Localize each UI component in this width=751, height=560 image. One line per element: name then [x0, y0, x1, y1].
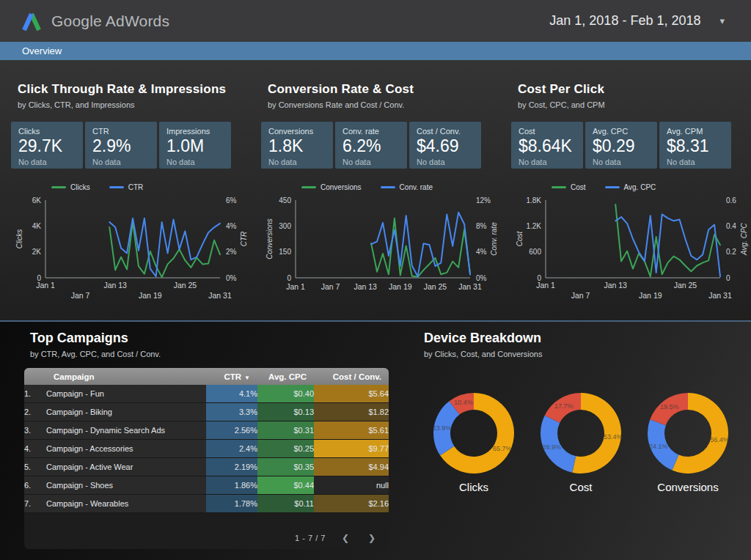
- column-header-campaign[interactable]: Campaign: [24, 368, 206, 385]
- svg-text:Jan 13: Jan 13: [103, 281, 127, 290]
- cost-per-conv-cell: $9.77: [314, 440, 389, 458]
- table-row: 7.Campaign - Wearables1.78%$0.11$2.16: [24, 495, 389, 513]
- svg-text:CTR: CTR: [240, 232, 248, 247]
- scorecard-conv-rate: Conv. rate 6.2% No data: [335, 122, 407, 169]
- avg-cpc-cell: $0.31: [257, 421, 314, 440]
- scorecard-row: Conversions 1.8K No data Conv. rate 6.2%…: [261, 122, 496, 169]
- panel-cost-per-click: Cost Per Click by Cost, CPC, and CPM Cos…: [500, 60, 750, 320]
- scorecard-value: 6.2%: [342, 136, 407, 156]
- svg-text:10.4%: 10.4%: [454, 399, 473, 406]
- rank-cell: 7.: [24, 495, 46, 513]
- clicks-donut-chart: 65.7%23.9%10.4%: [426, 392, 521, 474]
- scorecard-label: Clicks: [18, 127, 83, 136]
- scorecard-note: No data: [18, 158, 83, 166]
- legend-label: Cost: [571, 183, 586, 191]
- legend-item: Avg. CPC: [605, 183, 656, 191]
- legend-item: CTR: [109, 183, 144, 191]
- column-header-cost-per-conv[interactable]: Cost / Conv.: [314, 368, 389, 385]
- scorecard-avg-cpm: Avg. CPM $8.31 No data: [659, 122, 731, 169]
- scorecard-note: No data: [268, 158, 333, 166]
- column-header-ctr[interactable]: CTR▼: [206, 368, 257, 385]
- donut-cell-cost: 53.4%28.9%17.7% Cost: [532, 392, 629, 493]
- caret-down-icon: ▾: [719, 15, 725, 26]
- campaigns-table: Campaign CTR▼ Avg. CPC Cost / Conv. 1.Ca…: [24, 368, 389, 513]
- scorecard-cost: Cost $8.64K No data: [511, 122, 583, 169]
- scorecard-clicks: Clicks 29.7K No data: [11, 122, 83, 169]
- svg-text:6K: 6K: [32, 196, 42, 205]
- table-row: 5.Campaign - Active Wear2.19%$0.35$4.94: [24, 458, 389, 476]
- scorecard-conversions: Conversions 1.8K No data: [261, 122, 333, 169]
- brand-text: Google AdWords: [51, 12, 169, 30]
- breakdown-section: Top Campaigns by CTR, Avg. CPC, and Cost…: [0, 320, 751, 560]
- scorecard-label: Avg. CPM: [667, 127, 731, 136]
- cost-per-conv-cell: $5.64: [314, 385, 389, 403]
- svg-text:0: 0: [726, 274, 730, 282]
- svg-text:Jan 19: Jan 19: [389, 282, 412, 291]
- app-header: Google AdWords Jan 1, 2018 - Feb 1, 2018…: [0, 0, 751, 42]
- device-breakdown-block: Device Breakdown by Clicks, Cost, and Co…: [418, 331, 751, 493]
- avg-cpc-cell: $0.25: [257, 440, 314, 458]
- svg-text:Jan 31: Jan 31: [208, 291, 232, 300]
- table-row: 1.Campaign - Fun4.1%$0.40$5.64: [24, 385, 389, 403]
- tab-overview[interactable]: Overview: [22, 45, 62, 56]
- legend-swatch: [51, 186, 66, 188]
- svg-text:450: 450: [279, 196, 291, 205]
- panel-subtitle: by Cost, CPC, and CPM: [518, 100, 746, 109]
- rank-cell: 2.: [24, 403, 46, 421]
- conversions-rate-line-chart: 01503004500%4%8%12%ConversionsConv. rate…: [263, 193, 501, 303]
- campaign-cell: Campaign - Active Wear: [46, 458, 206, 476]
- svg-text:17.7%: 17.7%: [554, 402, 574, 410]
- svg-text:12%: 12%: [476, 196, 491, 205]
- scorecard-note: No data: [667, 158, 731, 166]
- table-row: 2.Campaign - Biking3.3%$0.13$1.82: [24, 403, 389, 421]
- svg-text:2K: 2K: [32, 248, 42, 256]
- svg-text:Jan 31: Jan 31: [458, 282, 482, 291]
- legend-item: Clicks: [51, 183, 90, 191]
- svg-text:0: 0: [287, 274, 291, 282]
- campaign-cell: Campaign - Biking: [46, 403, 206, 421]
- legend-swatch: [381, 186, 395, 188]
- chart-block: ClicksCTR 02K4K6K0%2%4%6%ClicksCTRJan 1J…: [13, 183, 246, 306]
- svg-text:6%: 6%: [226, 196, 237, 205]
- avg-cpc-cell: $0.13: [257, 403, 314, 421]
- cost-cpc-line-chart: 06001.2K1.8K00.20.40.6CostAvg. CPCJan 1J…: [513, 193, 751, 303]
- donut-row: 65.7%23.9%10.4% Clicks 53.4%28.9%17.7% C…: [418, 392, 751, 493]
- chart-block: ConversionsConv. rate 01503004500%4%8%12…: [263, 183, 496, 306]
- table-pagination: 1 - 7 / 7 ❮ ❯: [295, 533, 378, 543]
- date-range-picker[interactable]: Jan 1, 2018 - Feb 1, 2018 ▾: [549, 0, 725, 42]
- conversions-donut-chart: 56.4%24.1%19.5%: [640, 392, 736, 474]
- svg-text:Jan 25: Jan 25: [674, 281, 697, 290]
- column-header-avg-cpc[interactable]: Avg. CPC: [257, 368, 314, 385]
- legend-label: Conversions: [320, 183, 362, 191]
- svg-text:4%: 4%: [226, 222, 237, 230]
- legend-swatch: [301, 186, 316, 188]
- panel-title: Cost Per Click: [518, 82, 746, 97]
- prev-page-button[interactable]: ❮: [339, 533, 352, 543]
- scorecard-label: Cost: [519, 127, 583, 136]
- scorecard-label: Cost / Conv.: [417, 127, 481, 136]
- next-page-button[interactable]: ❯: [365, 533, 378, 543]
- svg-text:1.8K: 1.8K: [526, 196, 541, 205]
- scorecard-note: No data: [519, 158, 583, 166]
- ctr-cell: 3.3%: [206, 403, 257, 421]
- rank-cell: 1.: [24, 385, 46, 403]
- cost-per-conv-cell: null: [314, 476, 389, 495]
- cost-per-conv-cell: $2.16: [314, 495, 389, 513]
- svg-text:28.9%: 28.9%: [543, 443, 562, 451]
- sort-desc-icon: ▼: [244, 375, 250, 381]
- chart-legend: CostAvg. CPC: [552, 183, 746, 191]
- chart-legend: ConversionsConv. rate: [301, 183, 496, 191]
- svg-text:0%: 0%: [226, 274, 237, 282]
- adwords-logo-icon: [21, 11, 43, 32]
- top-campaigns-block: Top Campaigns by CTR, Avg. CPC, and Cost…: [24, 331, 391, 549]
- svg-text:300: 300: [279, 222, 291, 230]
- scorecard-value: $0.29: [593, 136, 657, 156]
- svg-text:Cost: Cost: [516, 230, 524, 246]
- svg-text:Jan 7: Jan 7: [571, 291, 590, 300]
- panel-title: Click Through Rate & Impressions: [18, 82, 246, 97]
- block-title: Device Breakdown: [424, 331, 751, 346]
- svg-text:Jan 7: Jan 7: [321, 282, 340, 291]
- donut-cell-conversions: 56.4%24.1%19.5% Conversions: [640, 392, 736, 493]
- legend-swatch: [109, 186, 124, 188]
- chart-legend: ClicksCTR: [51, 183, 246, 191]
